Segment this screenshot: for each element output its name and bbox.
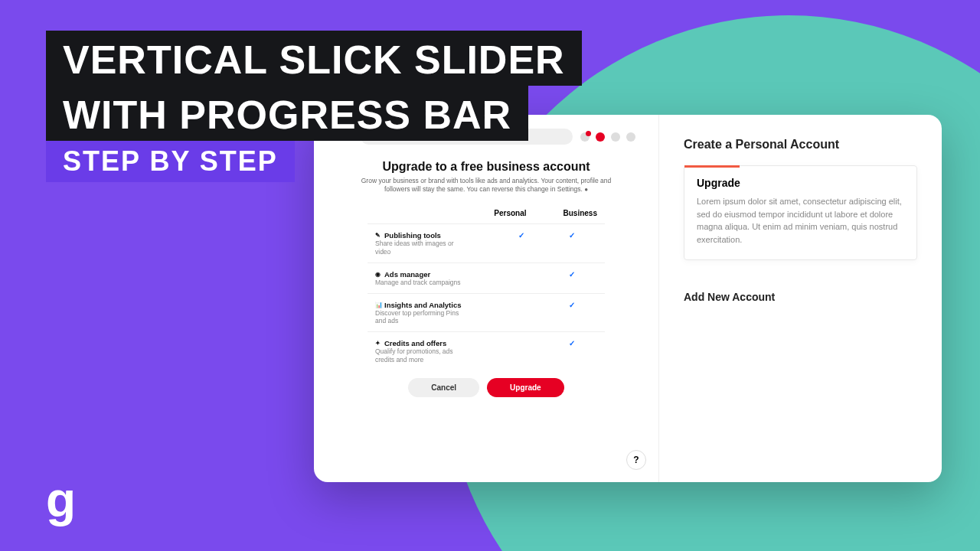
feature-desc: Manage and track campaigns [375,279,467,286]
cell-business: ✓ [547,270,597,279]
top-icons [580,132,635,142]
button-row: Cancel Upgrade [337,378,635,397]
feature-icon: ✦ [375,340,381,347]
menu-icon[interactable] [626,132,635,142]
brand-logo: g [46,471,76,528]
avatar[interactable] [611,132,620,142]
feature-desc: Share ideas with images or video [375,240,467,255]
table-header: Personal Business [368,204,605,223]
feature-table: Personal Business ✎Publishing toolsShare… [368,204,605,370]
cell-business: ✓ [547,339,597,347]
table-row: ✎Publishing toolsShare ideas with images… [368,223,605,262]
feature-title: Credits and offers [384,339,446,347]
col-personal: Personal [494,209,526,217]
feature-title: Publishing tools [384,231,441,240]
info-icon[interactable]: ● [584,186,588,193]
step-desc: Lorem ipsum dolor sit amet, consectetur … [697,195,904,246]
headline-line-2: WITH PROGRESS BAR [46,86,528,141]
headline-sub: STEP BY STEP [46,141,295,182]
feature-icon: ✎ [375,232,381,239]
right-heading-1: Create a Personal Account [684,138,917,152]
feature-desc: Discover top performing Pins and ads [375,309,467,324]
col-business: Business [564,209,597,217]
step-card-upgrade[interactable]: Upgrade Lorem ipsum dolor sit amet, cons… [684,165,917,260]
feature-title: Insights and Analytics [384,301,461,309]
step-title: Upgrade [697,177,904,189]
card-right-panel: Create a Personal Account Upgrade Lorem … [659,115,942,482]
table-row: ◉Ads managerManage and track campaigns✓ [368,262,605,293]
upgrade-button[interactable]: Upgrade [487,378,564,397]
table-row: ✦Credits and offersQualify for promotion… [368,331,605,370]
bell-icon[interactable] [580,132,590,142]
help-button[interactable]: ? [626,450,646,470]
feature-desc: Qualify for promotions, ads credits and … [375,347,467,363]
feature-icon: ◉ [375,271,381,278]
thumbnail-headline: VERTICAL SLICK SLIDER WITH PROGRESS BAR … [46,31,582,182]
right-heading-2: Add New Account [684,291,917,303]
table-row: 📊Insights and AnalyticsDiscover top perf… [368,293,605,331]
feature-title: Ads manager [384,270,430,279]
headline-line-1: VERTICAL SLICK SLIDER [46,31,582,86]
chat-icon[interactable] [596,132,605,142]
feature-icon: 📊 [375,302,381,308]
notification-dot [586,131,591,136]
cancel-button[interactable]: Cancel [408,378,479,397]
cell-business: ✓ [547,301,597,309]
cell-business: ✓ [547,231,597,240]
cell-personal: ✓ [496,231,547,240]
